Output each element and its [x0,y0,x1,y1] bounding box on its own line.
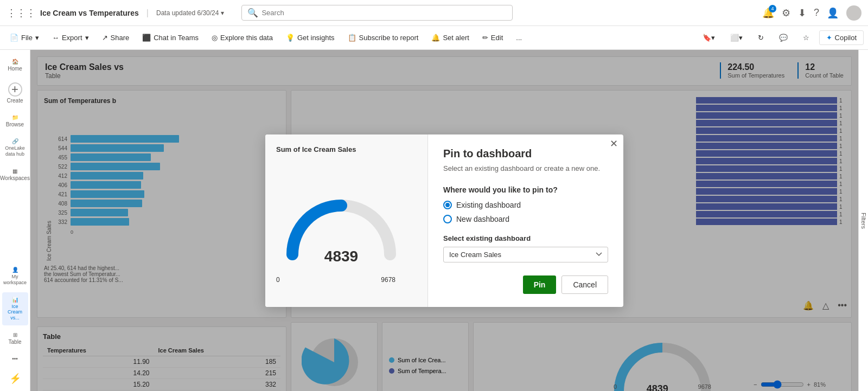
create-icon: + [8,82,22,97]
file-button[interactable]: 📄 File ▾ [4,31,44,44]
share-icon: ↗ [102,34,108,42]
teams-icon: ⬛ [142,34,151,42]
edit-button[interactable]: ✏ Edit [477,31,508,44]
copilot-icon: ✦ [826,34,832,42]
modal-content-panel: ✕ Pin to dashboard Select an existing da… [428,134,623,307]
report-title: Ice Cream vs Temperatures [40,9,139,17]
copilot-button[interactable]: ✦ Copilot [819,30,864,45]
chevron-down-icon: ▾ [35,34,39,42]
modal-preview-title: Sum of Ice Cream Sales [276,145,356,153]
radio-existing-dashboard[interactable]: Existing dashboard [443,201,608,209]
help-icon[interactable]: ? [814,7,819,18]
chat-in-teams-button[interactable]: ⬛ Chat in Teams [137,31,204,44]
ellipsis-icon: ••• [12,356,18,362]
modal-gauge-value: 4839 [324,248,358,265]
chevron-down-icon: ▾ [85,34,89,42]
explore-icon: ◎ [212,34,218,42]
comment-icon[interactable]: 💬 [774,31,793,44]
sidebar-item-workspaces[interactable]: ▦ Workspaces [2,164,28,185]
cancel-button[interactable]: Cancel [561,275,608,294]
pin-to-dashboard-modal: Sum of Ice Cream Sales 4839 0 9678 [265,134,623,307]
workspaces-icon: ▦ [12,168,17,174]
modal-overlay: Sum of Ice Cream Sales 4839 0 9678 [30,50,858,391]
my-workspace-icon: 👤 [12,267,18,273]
notification-badge: 4 [769,5,776,12]
sidebar-item-more[interactable]: ••• [2,351,28,366]
download-icon[interactable]: ⬇ [798,7,806,19]
bar-chart-icon: 📊 [12,297,18,303]
search-icon: 🔍 [247,8,258,18]
file-icon: 📄 [10,34,18,42]
insights-icon: 💡 [286,34,295,42]
dashboard-dropdown[interactable]: Ice Cream Sales [443,247,608,262]
table-icon: ⊞ [13,332,17,338]
app-menu-icon[interactable]: ⋮⋮⋮ [7,7,36,19]
sidebar-item-browse[interactable]: 📁 Browse [2,110,28,132]
modal-question: Where would you like to pin to? [443,185,608,194]
filter-panel[interactable]: Filters [858,50,868,391]
alert-icon: 🔔 [431,34,440,42]
sidebar-item-table[interactable]: ⊞ Table [2,328,28,349]
modal-close-button[interactable]: ✕ [610,139,618,149]
modal-gauge-container: 4839 [276,162,406,281]
left-sidebar: 🏠 Home + Create 📁 Browse 🔗 OneLakedata h… [0,50,30,391]
share-icon[interactable]: 👤 [827,7,839,19]
avatar[interactable] [846,5,861,21]
toolbar: 📄 File ▾ ↔ Export ▾ ↗ Share ⬛ Chat in Te… [0,26,868,50]
content-area: Ice Cream Sales vs Table 224.50 Sum of T… [30,50,858,391]
main-layout: 🏠 Home + Create 📁 Browse 🔗 OneLakedata h… [0,50,868,391]
browse-icon: 📁 [12,114,18,120]
home-icon: 🏠 [12,59,18,65]
export-icon: ↔ [52,34,59,42]
sidebar-item-onelake[interactable]: 🔗 OneLakedata hub [2,134,28,162]
bookmark-icon[interactable]: 🔖▾ [697,31,720,44]
radio-new-dashboard[interactable]: New dashboard [443,215,608,223]
sidebar-item-my-workspace[interactable]: 👤 Myworkspace [2,262,28,290]
share-button[interactable]: ↗ Share [97,31,135,44]
data-updated-label: Data updated 6/30/24 [156,9,219,17]
modal-title: Pin to dashboard [443,148,608,160]
sidebar-item-ice-cream[interactable]: 📊 Ice Creamvs... [2,292,28,325]
radio-group: Existing dashboard New dashboard [443,201,608,223]
subscribe-icon: 📋 [348,34,356,42]
refresh-icon[interactable]: ↻ [752,31,769,44]
search-box[interactable]: 🔍 [241,5,513,21]
chevron-down-icon[interactable]: ▾ [221,9,224,17]
radio-circle-new [443,215,452,223]
star-icon[interactable]: ☆ [797,31,815,44]
filters-label: Filters [860,213,867,229]
select-dashboard-label: Select existing dashboard [443,234,608,242]
powerbi-logo: ⚡ [9,373,21,384]
view-icon[interactable]: ⬜▾ [725,31,748,44]
radio-circle-existing [443,201,452,209]
modal-subtitle: Select an existing dashboard or create a… [443,164,608,172]
pin-button[interactable]: Pin [523,275,557,294]
modal-actions: Pin Cancel [443,275,608,294]
subscribe-button[interactable]: 📋 Subscribe to report [342,31,424,44]
explore-data-button[interactable]: ◎ Explore this data [206,31,278,44]
edit-icon: ✏ [482,34,488,42]
sidebar-item-create[interactable]: + Create [2,78,28,108]
onelake-icon: 🔗 [12,138,18,144]
top-bar-icons: 🔔 4 ⚙ ⬇ ? 👤 [762,5,861,21]
search-input[interactable] [261,9,507,17]
get-insights-button[interactable]: 💡 Get insights [280,31,340,44]
more-options-button[interactable]: ... [510,31,527,44]
export-button[interactable]: ↔ Export ▾ [47,31,94,44]
notifications-icon[interactable]: 🔔 4 [762,7,774,19]
set-alert-button[interactable]: 🔔 Set alert [426,31,474,44]
settings-icon[interactable]: ⚙ [782,7,790,19]
sidebar-item-home[interactable]: 🏠 Home [2,54,28,76]
top-bar: ⋮⋮⋮ Ice Cream vs Temperatures | Data upd… [0,0,868,26]
modal-preview-panel: Sum of Ice Cream Sales 4839 0 9678 [265,134,428,307]
